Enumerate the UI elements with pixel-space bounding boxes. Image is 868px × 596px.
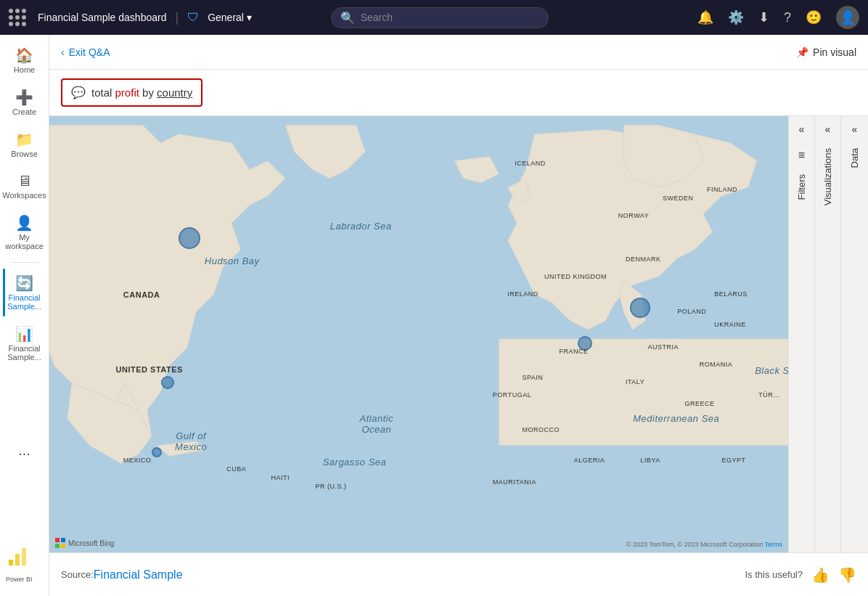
right-panels: « ≡ Filters « Visualizations « Data [788,116,868,552]
useful-text: Is this useful? [745,569,803,580]
pin-visual-button[interactable]: 📌 Pin visual [796,46,856,58]
apps-icon[interactable] [9,9,26,26]
source-prefix: Source: [61,569,94,580]
sidebar-financial-1-label: Financial Sample... [6,293,44,311]
workspace-selector[interactable]: General ▾ [208,12,252,23]
bing-text: Microsoft Bing [68,539,114,547]
bell-icon[interactable]: 🔔 [697,9,713,25]
sidebar-item-browse[interactable]: 📁 Browse [3,125,46,164]
pin-icon: 📌 [796,46,808,58]
bing-logo: Microsoft Bing [55,538,114,548]
financial-sample-icon-2: 📊 [15,325,33,343]
source-link[interactable]: Financial Sample [94,568,183,581]
search-icon: 🔍 [340,11,355,25]
sidebar-workspaces-label: Workspaces [2,191,46,200]
map-svg [49,116,788,552]
content-area: ‹ Exit Q&A 📌 Pin visual 💬 total profit b… [49,35,868,596]
query-box-area: 💬 total profit by country [49,70,868,116]
bubble-germany [630,298,650,318]
qna-bar: ‹ Exit Q&A 📌 Pin visual [49,35,868,70]
svg-rect-0 [9,560,13,566]
sidebar-home-label: Home [14,65,35,74]
visualizations-panel: « Visualizations [814,116,840,552]
active-indicator [3,269,5,317]
my-workspace-icon: 👤 [15,214,33,232]
copyright-text: © 2023 TomTom, © 2023 Microsoft Corporat… [626,541,765,548]
download-icon[interactable]: ⬇ [758,9,769,25]
sidebar-item-financial-2[interactable]: 📊 Financial Sample... [3,319,46,367]
browse-icon: 📁 [15,131,33,148]
sidebar-item-financial-1[interactable]: 🔄 Financial Sample... [3,269,46,317]
workspaces-icon: 🖥 [17,173,32,189]
thumbs-down-button[interactable]: 👎 [838,566,856,584]
sidebar-separator [10,262,39,263]
search-input[interactable] [361,12,539,23]
sidebar-financial-2-label: Financial Sample... [6,344,44,362]
bing-logo-squares [55,538,65,548]
sidebar-item-my-workspace[interactable]: 👤 My workspace [3,208,46,256]
terms-link[interactable]: Terms [765,541,783,548]
map-container[interactable]: CANADA UNITED STATES MEXICO CUBA HAITI P… [49,116,788,552]
exit-qna-button[interactable]: ‹ Exit Q&A [61,46,110,58]
bubble-canada [179,227,200,249]
more-icon: ··· [18,445,30,462]
powerbii-logo-area: Power BI [0,539,49,590]
sidebar-create-label: Create [12,107,36,116]
bubble-france [578,336,592,351]
query-highlight-country: country [157,86,192,99]
exit-qna-label: Exit Q&A [69,46,110,58]
query-highlight-profit: profit [115,86,139,99]
bubble-mexico [152,447,162,457]
map-copyright: © 2023 TomTom, © 2023 Microsoft Corporat… [626,541,782,548]
settings-icon[interactable]: ⚙️ [728,9,744,25]
workspace-label: General [208,12,244,23]
user-avatar[interactable]: 👤 [836,6,859,29]
search-bar[interactable]: 🔍 [331,7,549,28]
pin-visual-label: Pin visual [813,46,856,58]
sidebar-item-home[interactable]: 🏠 Home [3,41,46,80]
map-panels: CANADA UNITED STATES MEXICO CUBA HAITI P… [49,116,868,552]
filters-collapse-button[interactable]: « [789,116,815,142]
data-label[interactable]: Data [849,142,860,174]
query-box[interactable]: 💬 total profit by country [61,78,202,107]
sidebar-item-workspaces[interactable]: 🖥 Workspaces [3,167,46,205]
svg-rect-1 [15,554,20,566]
svg-rect-2 [22,548,26,566]
sidebar-more[interactable]: ··· [3,439,46,468]
filters-menu-button[interactable]: ≡ [789,142,815,168]
sidebar-my-workspace-label: My workspace [5,233,44,250]
useful-section: Is this useful? 👍 👎 [745,566,857,584]
sidebar-browse-label: Browse [11,150,38,158]
create-icon: ➕ [15,89,33,106]
filters-panel: « ≡ Filters [788,116,814,552]
visualizations-collapse-button[interactable]: « [815,116,841,142]
thumbs-up-button[interactable]: 👍 [811,566,830,584]
powerbi-label: Power BI [6,576,33,583]
sidebar: 🏠 Home ➕ Create 📁 Browse 🖥 Workspaces 👤 … [0,35,49,596]
topbar-actions: 🔔 ⚙️ ⬇ ? 🙂 👤 [697,6,859,29]
help-icon[interactable]: ? [784,10,791,25]
user-icon: 👤 [840,9,856,25]
visualizations-label[interactable]: Visualizations [822,142,833,211]
bubble-usa [161,376,174,389]
topbar-divider: | [175,10,179,25]
sidebar-item-create[interactable]: ➕ Create [3,83,46,122]
feedback-icon[interactable]: 🙂 [806,9,822,25]
back-icon: ‹ [61,46,65,58]
topbar: Financial Sample dashboard | 🛡 General ▾… [0,0,868,35]
financial-sample-icon-1: 🔄 [15,274,33,292]
app-title: Financial Sample dashboard [38,12,166,23]
query-chat-icon: 💬 [71,86,86,99]
main-layout: 🏠 Home ➕ Create 📁 Browse 🖥 Workspaces 👤 … [0,35,868,596]
bottom-bar: Source: Financial Sample Is this useful?… [49,552,868,596]
query-text: total profit by country [91,86,192,99]
home-icon: 🏠 [15,46,33,64]
data-collapse-button[interactable]: « [842,116,868,142]
shield-icon: 🛡 [187,11,199,24]
data-panel: « Data [840,116,868,552]
filters-label[interactable]: Filters [796,168,807,205]
chevron-down-icon: ▾ [247,12,252,23]
powerbi-icon [6,545,29,568]
